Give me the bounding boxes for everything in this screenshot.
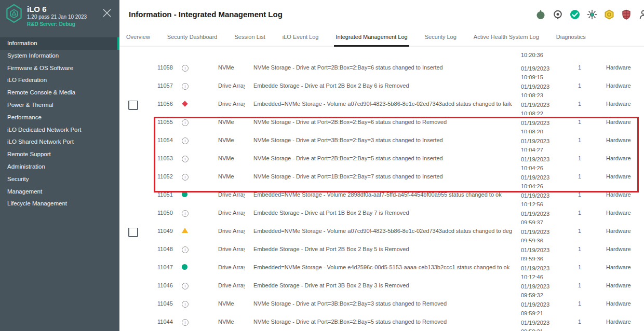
row-checkbox[interactable] xyxy=(128,101,138,110)
table-row[interactable]: 11052 NVMe NVMe Storage - Drive at Port=… xyxy=(119,170,644,188)
sidebar-item-label: Remote Support xyxy=(7,151,51,157)
tab-security-log[interactable]: Security Log xyxy=(423,34,458,47)
event-count: 1 xyxy=(564,228,595,242)
tab-integrated-management-log[interactable]: Integrated Management Log xyxy=(334,34,409,47)
table-row[interactable]: 11044 NVMe NVMe Storage - Drive at Port=… xyxy=(119,315,644,331)
tab-ilo-event-log[interactable]: iLO Event Log xyxy=(281,34,320,47)
table-row[interactable]: 11051 Drive Array Embedded=NVMe Storage … xyxy=(119,188,644,206)
sidebar-item-firmware-os-software[interactable]: Firmware & OS Software xyxy=(0,62,119,75)
event-count: 1 xyxy=(564,64,595,79)
security-state-icon[interactable] xyxy=(604,9,614,20)
sidebar-item-information[interactable]: Information xyxy=(0,37,119,50)
event-count: 1 xyxy=(564,264,595,279)
event-id: 11056 xyxy=(149,101,173,115)
row-checkbox[interactable] xyxy=(128,228,138,237)
sidebar-item-ilo-shared-network-port[interactable]: iLO Shared Network Port xyxy=(0,136,119,148)
tab-label: Security Log xyxy=(425,34,457,40)
event-datetime: 01/19/2023 10:08:22 xyxy=(512,101,564,115)
tab-active-health-system-log[interactable]: Active Health System Log xyxy=(472,34,541,47)
event-time: 10:04:26 xyxy=(521,164,564,170)
tab-label: Security Dashboard xyxy=(167,34,218,40)
sidebar-item-label: System Information xyxy=(7,52,59,59)
table-row[interactable]: 11047 Drive Array Embedded=NVMe Storage … xyxy=(119,260,644,279)
tab-label: Diagnostics xyxy=(556,34,586,40)
event-description: Embedde Storage - Drive at Port 1B Box 2… xyxy=(245,210,512,224)
table-row[interactable]: 11046 Drive Array Embedde Storage - Driv… xyxy=(119,279,644,297)
tab-session-list[interactable]: Session List xyxy=(233,34,266,47)
tab-label: Session List xyxy=(234,34,265,40)
event-count: 1 xyxy=(564,210,595,224)
table-row[interactable]: 11057 Drive Array Embedde Storage - Driv… xyxy=(119,79,644,97)
sidebar-item-remote-console-media[interactable]: Remote Console & Media xyxy=(0,87,119,99)
event-class: NVMe xyxy=(209,173,245,188)
sidebar-item-power-thermal[interactable]: Power & Thermal xyxy=(0,99,119,112)
sidebar-item-ilo-federation[interactable]: iLO Federation xyxy=(0,74,119,87)
sidebar-item-label: Remote Console & Media xyxy=(7,89,75,95)
sidebar-item-ilo-dedicated-network-port[interactable]: iLO Dedicated Network Port xyxy=(0,124,119,136)
tab-diagnostics[interactable]: Diagnostics xyxy=(555,34,587,47)
tab-overview[interactable]: Overview xyxy=(125,34,152,47)
caution-icon xyxy=(182,228,188,233)
security-shield-icon[interactable] xyxy=(621,9,632,20)
sidebar-item-security[interactable]: Security xyxy=(0,173,119,186)
informational-icon xyxy=(182,119,189,126)
sidebar: iLO 6 1.20 pass 21 Jan 10 2023 R&D Serve… xyxy=(0,0,119,331)
event-datetime: 01/19/2023 09:59:36 xyxy=(512,228,564,242)
sidebar-item-system-information[interactable]: System Information xyxy=(0,50,119,62)
table-row[interactable]: 11053 NVMe NVMe Storage - Drive at Port=… xyxy=(119,151,644,170)
close-icon[interactable] xyxy=(102,8,112,20)
table-row[interactable]: 11055 NVMe NVMe Storage - Drive at Port=… xyxy=(119,115,644,133)
sidebar-item-remote-support[interactable]: Remote Support xyxy=(0,148,119,161)
table-row[interactable]: 11045 NVMe NVMe Storage - Drive at Port=… xyxy=(119,297,644,315)
table-row[interactable]: 11050 Drive Array Embedde Storage - Driv… xyxy=(119,206,644,224)
informational-icon xyxy=(182,301,189,308)
event-date: 01/19/2023 xyxy=(521,282,564,291)
event-class: NVMe xyxy=(209,319,245,331)
sidebar-item-management[interactable]: Management xyxy=(0,186,119,198)
event-description: NVMe Storage - Drive at Port=2B:Box=2:Ba… xyxy=(245,119,512,133)
event-date: 01/19/2023 xyxy=(521,119,564,128)
uid-icon[interactable] xyxy=(553,9,563,20)
user-icon[interactable] xyxy=(638,9,644,20)
table-row[interactable]: 11054 NVMe NVMe Storage - Drive at Port=… xyxy=(119,133,644,151)
event-count: 1 xyxy=(564,82,595,97)
event-time: 09:59:32 xyxy=(521,291,564,297)
event-category: Hardware xyxy=(595,119,644,133)
health-ok-icon[interactable] xyxy=(570,9,580,20)
event-id: 11045 xyxy=(149,300,173,315)
event-id: 11051 xyxy=(149,191,173,206)
table-row[interactable]: 11049 Drive Array Embedded=NVMe Storage … xyxy=(119,224,644,242)
event-count: 1 xyxy=(564,246,595,260)
informational-icon xyxy=(182,319,189,326)
event-date: 01/19/2023 xyxy=(521,137,564,146)
table-row[interactable]: 11058 NVMe NVMe Storage - Drive at Port=… xyxy=(119,61,644,79)
sidebar-item-lifecycle-management[interactable]: Lifecycle Management xyxy=(0,198,119,210)
power-icon[interactable] xyxy=(535,9,546,20)
event-datetime: 01/19/2023 09:59:21 xyxy=(512,319,564,331)
tab-security-dashboard[interactable]: Security Dashboard xyxy=(166,34,219,47)
sidebar-item-administration[interactable]: Administration xyxy=(0,161,119,173)
table-row-partial: 10:20:36 xyxy=(119,48,644,61)
event-category: Hardware xyxy=(595,264,644,279)
event-date: 01/19/2023 xyxy=(521,228,564,237)
table-row[interactable]: 11056 Drive Array Embedded=NVMe Storage … xyxy=(119,97,644,115)
sidebar-item-performance[interactable]: Performance xyxy=(0,112,119,124)
event-category: Hardware xyxy=(595,319,644,331)
main-header: Information - Integrated Management Log xyxy=(119,0,644,28)
sidebar-item-label: iLO Dedicated Network Port xyxy=(7,127,82,133)
firmware-version: 1.20 pass 21 Jan 10 2023 xyxy=(27,13,114,21)
event-description: Embedded=NVMe Storage - Volume e4d2596c-… xyxy=(245,264,512,279)
event-count: 1 xyxy=(564,155,595,170)
event-datetime: 01/19/2023 10:12:56 xyxy=(512,191,564,206)
table-row[interactable]: 11048 Drive Array Embedde Storage - Driv… xyxy=(119,242,644,260)
event-date: 01/19/2023 xyxy=(521,246,564,255)
brightness-icon[interactable] xyxy=(587,9,597,20)
event-id: 11054 xyxy=(149,137,173,151)
event-time: 10:12:56 xyxy=(521,200,564,206)
event-count: 1 xyxy=(564,137,595,151)
event-class: Drive Array xyxy=(209,282,245,297)
event-count: 1 xyxy=(564,282,595,297)
event-date: 01/19/2023 xyxy=(521,191,564,200)
event-description: Embedde Storage - Drive at Port 2B Box 2… xyxy=(245,246,512,260)
event-time: 10:12:46 xyxy=(521,273,564,279)
